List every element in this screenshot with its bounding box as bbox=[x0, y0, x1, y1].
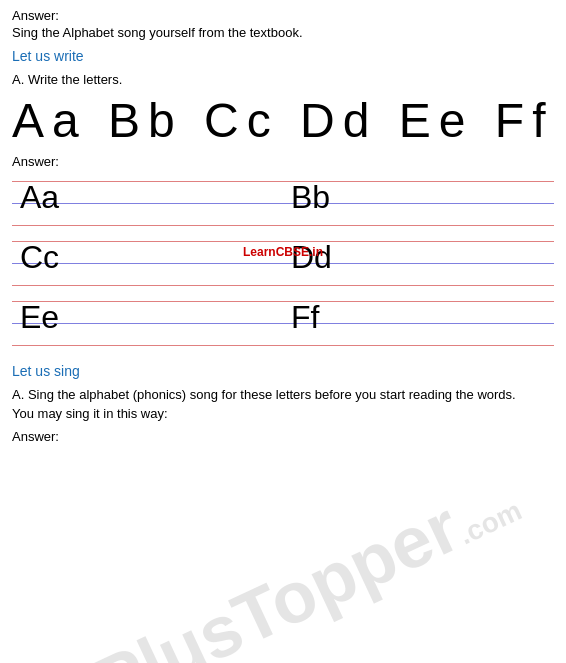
writing-cell-bb[interactable]: Bb bbox=[283, 173, 554, 233]
let-us-sing-heading: Let us sing bbox=[12, 363, 554, 379]
let-us-write-heading: Let us write bbox=[12, 48, 554, 64]
letter-ee: Ee bbox=[20, 299, 59, 336]
writing-grid: Aa Bb Cc bbox=[12, 173, 554, 353]
letter-ff: Ff bbox=[291, 299, 319, 336]
section-a-instruction: A. Write the letters. bbox=[12, 72, 554, 87]
writing-cell-aa[interactable]: Aa bbox=[12, 173, 283, 233]
aplus-topper-watermark: APlusTopper.com bbox=[35, 457, 530, 663]
answer-label-3: Answer: bbox=[12, 429, 554, 444]
large-letters-display: Aa Bb Cc Dd Ee Ff bbox=[12, 93, 554, 148]
sing-instruction-1: A. Sing the alphabet (phonics) song for … bbox=[12, 387, 554, 402]
answer-label-1: Answer: bbox=[12, 8, 554, 23]
letter-bb: Bb bbox=[291, 179, 330, 216]
writing-row-1: Aa Bb bbox=[12, 173, 554, 233]
page-content: Answer: Sing the Alphabet song yourself … bbox=[0, 0, 566, 452]
letter-cc: Cc bbox=[20, 239, 59, 276]
letter-aa: Aa bbox=[20, 179, 59, 216]
sing-instruction-2: You may sing it in this way: bbox=[12, 406, 554, 421]
writing-cell-cc[interactable]: Cc bbox=[12, 233, 283, 293]
writing-cell-ff[interactable]: Ff bbox=[283, 293, 554, 353]
writing-cell-ee[interactable]: Ee bbox=[12, 293, 283, 353]
learncbse-watermark: LearnCBSE.in bbox=[243, 245, 323, 259]
writing-row-3: Ee Ff bbox=[12, 293, 554, 353]
writing-row-2: Cc Dd LearnCBSE.in bbox=[12, 233, 554, 293]
answer-text-1: Sing the Alphabet song yourself from the… bbox=[12, 25, 554, 40]
writing-cell-dd[interactable]: Dd bbox=[283, 233, 554, 293]
answer-label-2: Answer: bbox=[12, 154, 554, 169]
